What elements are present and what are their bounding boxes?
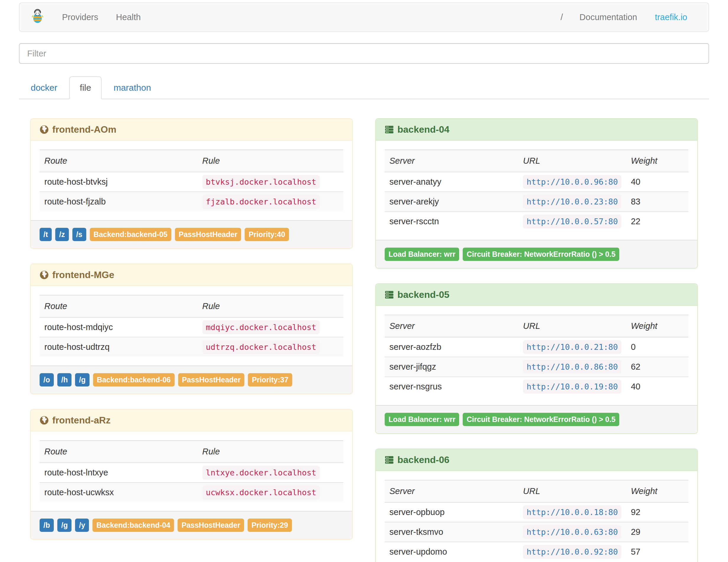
servers-table: ServerURLWeightserver-anatyyhttp://10.0.… <box>385 150 688 231</box>
filter-input[interactable] <box>19 43 709 64</box>
traefik-mascot-icon <box>32 9 43 26</box>
backend-card-body: ServerURLWeightserver-aozfzbhttp://10.0.… <box>376 306 697 405</box>
server-url: http://10.0.0.96:80 <box>523 175 621 189</box>
server-url: http://10.0.0.18:80 <box>523 505 621 519</box>
server-name-cell: server-opbuop <box>385 502 518 522</box>
weight-cell: 22 <box>626 212 688 231</box>
route-name-cell: route-host-btvksj <box>40 172 198 192</box>
rule-cell: udtrzq.docker.localhost <box>198 337 343 357</box>
server-url-link[interactable]: http://10.0.0.63:80 <box>527 527 618 537</box>
nav-traefik-io-link[interactable]: traefik.io <box>646 12 696 22</box>
backend-card-footer: Load Balancer: wrrCircuit Breaker: Netwo… <box>376 405 697 433</box>
tab-docker-link[interactable]: docker <box>20 76 68 99</box>
server-name-cell: server-updomo <box>385 542 518 561</box>
server-url-link[interactable]: http://10.0.0.21:80 <box>527 342 618 352</box>
server-url-link[interactable]: http://10.0.0.92:80 <box>527 547 618 556</box>
table-row: server-tksmvohttp://10.0.0.63:8029 <box>385 522 688 542</box>
server-name-cell: server-aozfzb <box>385 337 518 357</box>
url-cell: http://10.0.0.92:80 <box>518 542 626 561</box>
backend-card-heading: backend-05 <box>376 284 697 306</box>
routes-table: RouteRuleroute-host-mdqiycmdqiyc.docker.… <box>40 295 343 357</box>
table-row: server-aozfzbhttp://10.0.0.21:800 <box>385 337 688 357</box>
frontend-card-body: RouteRuleroute-host-lntxyelntxye.docker.… <box>31 431 352 511</box>
globe-icon <box>40 270 49 280</box>
rule-cell: btvksj.docker.localhost <box>198 172 343 192</box>
frontend-card: frontend-MGeRouteRuleroute-host-mdqiycmd… <box>30 264 353 394</box>
entrypoint-badge: /h <box>57 373 71 386</box>
routes-table: RouteRuleroute-host-btvksjbtvksj.docker.… <box>40 150 343 211</box>
frontend-card: frontend-aRzRouteRuleroute-host-lntxyeln… <box>30 409 353 540</box>
frontend-tag-badge: PassHostHeader <box>178 373 245 386</box>
frontends-column: frontend-AOmRouteRuleroute-host-btvksjbt… <box>19 118 364 554</box>
column-header: Server <box>385 150 518 172</box>
column-header: Rule <box>198 150 343 172</box>
table-header-row: ServerURLWeight <box>385 480 688 502</box>
url-cell: http://10.0.0.18:80 <box>518 502 626 522</box>
frontend-tag-badge: Priority:40 <box>245 228 289 241</box>
table-row: server-anatyyhttp://10.0.0.96:8040 <box>385 172 688 192</box>
frontend-card-footer: /t/z/sBackend:backend-05PassHostHeaderPr… <box>31 220 352 248</box>
server-url: http://10.0.0.57:80 <box>523 215 621 228</box>
column-header: Server <box>385 480 518 502</box>
backend-tag-badge: Circuit Breaker: NetworkErrorRatio () > … <box>463 248 619 261</box>
backend-tag-badge: Circuit Breaker: NetworkErrorRatio () > … <box>463 413 619 426</box>
nav-providers[interactable]: Providers <box>53 12 107 22</box>
weight-cell: 0 <box>626 337 688 357</box>
server-name-cell: server-tksmvo <box>385 522 518 542</box>
provider-tabs: dockerfilemarathon <box>19 76 709 99</box>
nav-documentation[interactable]: Documentation <box>571 12 646 22</box>
table-header-row: ServerURLWeight <box>385 315 688 337</box>
frontend-tag-badge: Priority:29 <box>248 519 292 532</box>
tab-marathon-link[interactable]: marathon <box>103 76 162 99</box>
frontend-tag-badge: Backend:backend-06 <box>93 373 175 386</box>
server-url-link[interactable]: http://10.0.0.57:80 <box>527 217 618 226</box>
frontend-card-heading: frontend-aRz <box>31 410 352 431</box>
frontend-tag-badge: Priority:37 <box>248 373 292 386</box>
table-header-row: RouteRule <box>40 150 343 172</box>
server-url-link[interactable]: http://10.0.0.86:80 <box>527 362 618 371</box>
table-row: route-host-lntxyelntxye.docker.localhost <box>40 463 343 483</box>
server-url: http://10.0.0.19:80 <box>523 380 621 394</box>
nav-separator: / <box>553 12 571 22</box>
route-name-cell: route-host-mdqiyc <box>40 317 198 337</box>
frontend-card-body: RouteRuleroute-host-mdqiycmdqiyc.docker.… <box>31 286 352 366</box>
traefik-logo[interactable] <box>32 9 43 26</box>
table-row: server-jifqgzhttp://10.0.0.86:8062 <box>385 357 688 377</box>
server-url-link[interactable]: http://10.0.0.19:80 <box>527 382 618 391</box>
rule-cell: fjzalb.docker.localhost <box>198 192 343 211</box>
backend-card-heading: backend-06 <box>376 449 697 471</box>
table-row: server-nsgrushttp://10.0.0.19:8040 <box>385 377 688 396</box>
nav-health[interactable]: Health <box>107 12 150 22</box>
frontend-card-footer: /b/g/yBackend:backend-04PassHostHeaderPr… <box>31 511 352 539</box>
rule-value: mdqiyc.docker.localhost <box>202 320 320 334</box>
table-row: server-rscctnhttp://10.0.0.57:8022 <box>385 212 688 231</box>
frontend-card-title: frontend-AOm <box>52 124 116 135</box>
frontend-card-heading: frontend-AOm <box>31 119 352 141</box>
column-header: Rule <box>198 441 343 463</box>
entrypoint-badge: /o <box>40 373 54 386</box>
server-url-link[interactable]: http://10.0.0.18:80 <box>527 508 618 517</box>
column-header: Rule <box>198 295 343 317</box>
rule-value: udtrzq.docker.localhost <box>202 340 320 354</box>
route-name-cell: route-host-ucwksx <box>40 483 198 502</box>
server-url: http://10.0.0.92:80 <box>523 545 621 559</box>
server-url-link[interactable]: http://10.0.0.96:80 <box>527 177 618 186</box>
server-name-cell: server-arekjy <box>385 192 518 212</box>
table-row: server-updomohttp://10.0.0.92:8057 <box>385 542 688 561</box>
navbar-right: / Documentation traefik.io <box>553 12 696 22</box>
server-url: http://10.0.0.63:80 <box>523 525 621 539</box>
url-cell: http://10.0.0.86:80 <box>518 357 626 377</box>
column-header: Weight <box>626 480 688 502</box>
url-cell: http://10.0.0.57:80 <box>518 212 626 231</box>
tab-file-link[interactable]: file <box>69 76 102 99</box>
column-header: Route <box>40 150 198 172</box>
column-header: Server <box>385 315 518 337</box>
table-row: route-host-btvksjbtvksj.docker.localhost <box>40 172 343 192</box>
frontend-tag-badge: PassHostHeader <box>175 228 241 241</box>
weight-cell: 40 <box>626 377 688 396</box>
column-header: Weight <box>626 150 688 172</box>
entrypoint-badge: /y <box>75 519 89 532</box>
backend-card-heading: backend-04 <box>376 119 697 141</box>
server-url-link[interactable]: http://10.0.0.23:80 <box>527 197 618 206</box>
url-cell: http://10.0.0.21:80 <box>518 337 626 357</box>
